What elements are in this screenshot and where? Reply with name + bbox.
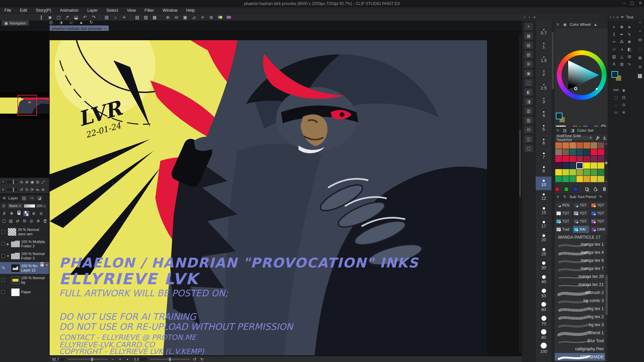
sub-tool-rai[interactable]: RAI <box>572 225 590 233</box>
layer-type-dropdown[interactable]: ˅ <box>1 203 6 209</box>
swatch[interactable] <box>555 162 562 169</box>
color-slider-tab-icon[interactable]: ▲ <box>592 22 598 27</box>
layer-new-icon-0[interactable]: ▢ <box>1 218 6 224</box>
swatch[interactable] <box>597 156 604 162</box>
tool-icon-0[interactable]: ⌖ <box>610 23 618 31</box>
snap-ruler-icon[interactable]: ≡ <box>199 14 206 20</box>
nav-zoom-icon-2[interactable]: ◉ <box>30 179 35 185</box>
brush-size-20[interactable]: 20 <box>536 232 552 245</box>
quick-icon-0[interactable]: ⌖ <box>524 23 533 30</box>
swatch[interactable] <box>597 169 604 176</box>
swatch[interactable] <box>562 156 569 162</box>
tool-icon-6[interactable]: ✑ <box>610 38 618 46</box>
swatch[interactable] <box>555 149 562 156</box>
brush-size-15[interactable]: 15 <box>536 204 552 218</box>
sub-tool-daw[interactable]: DAW <box>590 225 607 233</box>
panel-nav-icon-0[interactable]: ‹ <box>524 15 525 19</box>
brush-calligraphy-pen[interactable]: calligraphy Pen <box>555 345 605 353</box>
quick-icon-13[interactable]: ▢ <box>524 145 533 152</box>
brush-blur-tool[interactable]: Blur Tool <box>555 337 605 345</box>
layer-row[interactable]: 29 % Normalstars wm <box>0 226 49 238</box>
swatch[interactable] <box>583 142 590 149</box>
brush-size-2.5[interactable]: 2.5 <box>536 80 552 94</box>
menu-file[interactable]: File <box>0 7 15 13</box>
sub-tool-trad[interactable]: Trad <box>555 225 572 233</box>
quick-icon-3[interactable]: ▤ <box>524 51 533 58</box>
layer-row[interactable]: ▶100 % MultiplyFolder 2 <box>0 238 49 250</box>
clip-to-layer-icon[interactable]: ▚ <box>23 211 29 216</box>
brush-bg-tex-3[interactable]: bg tex 3 <box>555 321 605 329</box>
eraser-all-icon[interactable]: ▤ <box>103 14 110 20</box>
sub-tool-pen[interactable]: PEN <box>555 201 572 209</box>
zoom-reset-button[interactable]: ▪ <box>125 357 130 362</box>
brush-size-6[interactable]: 6 <box>536 135 552 149</box>
layer-row[interactable]: ▼100 % NormalFolder 3 <box>0 250 49 262</box>
color-profile-1-icon[interactable] <box>216 14 224 20</box>
tool-icon-b-6[interactable]: ▭ <box>612 109 620 116</box>
layer-new-icon-2[interactable]: ⇄ <box>15 218 20 224</box>
edge-icon-5[interactable]: ⊞ <box>638 65 641 69</box>
quick-icon-2[interactable]: ▧ <box>524 42 533 49</box>
swatch[interactable] <box>590 162 597 169</box>
swatch[interactable] <box>576 142 583 149</box>
panel-nav-icon-1[interactable]: › <box>529 15 530 19</box>
swatch[interactable] <box>576 149 583 156</box>
brush-manga-tex-6[interactable]: manga tex 6 <box>555 256 605 264</box>
swatch[interactable] <box>597 162 604 169</box>
select-rect-icon[interactable]: ▨ <box>142 14 150 20</box>
layer-check[interactable] <box>1 242 5 246</box>
blend-mode-dropdown[interactable]: Norm˅ <box>7 203 23 209</box>
folder-expander[interactable]: ▶ <box>6 242 10 246</box>
sub-tool-menu-icon[interactable]: ≡ <box>555 194 560 199</box>
main-color-chip[interactable] <box>556 113 562 119</box>
tool-main-color-chip[interactable] <box>611 71 618 78</box>
pattern-chip[interactable] <box>638 74 642 78</box>
swatch[interactable] <box>576 156 583 162</box>
close-button[interactable]: ✕ <box>639 1 642 5</box>
fill-close-icon[interactable]: ⌂ <box>112 14 119 20</box>
brush-size-100[interactable]: 100 <box>536 342 552 355</box>
navigator-panel-tab[interactable]: ▣ Navigator <box>1 20 29 26</box>
sub-tool-tgt[interactable]: TGT <box>555 217 572 225</box>
tool-icon-2[interactable]: ➤ <box>626 23 633 31</box>
size-scrollbar[interactable] <box>551 21 554 362</box>
layer-check[interactable] <box>1 230 5 234</box>
quick-icon-11[interactable]: ⊟ <box>524 126 533 133</box>
swatch[interactable] <box>590 156 597 162</box>
tool-icon-4[interactable]: ✒ <box>618 31 626 38</box>
color-set-dropdown[interactable]: KraftTone Solid Swatches ˅ <box>555 135 593 141</box>
quick-icon-4[interactable]: ⊞ <box>524 60 533 68</box>
hue-cursor[interactable] <box>574 87 577 90</box>
brush-blend-1[interactable]: Blend 1 <box>555 329 605 337</box>
pencil-tab2-icon[interactable]: ✎ <box>598 194 604 199</box>
import-set-icon[interactable] <box>601 135 607 141</box>
menu-filter[interactable]: Filter <box>140 7 158 13</box>
nav-zoom-icon-3[interactable]: ⧉ <box>35 179 40 185</box>
quick-icon-6[interactable]: ⬚ <box>524 79 533 86</box>
edge-icon-4[interactable]: ▦ <box>638 56 642 60</box>
tool-palette-title[interactable]: Tool <box>626 15 633 19</box>
zoom-in-button[interactable]: + <box>117 357 123 362</box>
nav-rotate-icon-3[interactable]: ⇋ <box>35 187 40 192</box>
menu-animation[interactable]: Animation <box>56 7 83 13</box>
brush-size-3[interactable]: 3 <box>536 94 552 108</box>
swatch-tab-icon[interactable]: ◨ <box>570 128 576 133</box>
swatch[interactable] <box>555 176 562 182</box>
swatch[interactable] <box>597 142 604 149</box>
color-profile-2-icon[interactable] <box>225 14 232 20</box>
nav-rotate-icon-4[interactable]: ≋ <box>40 187 46 192</box>
layer-new-icon-3[interactable]: ⧉ <box>22 218 27 224</box>
maximize-button[interactable]: ▢ <box>630 1 634 5</box>
folder-expander[interactable]: ▼ <box>6 254 10 258</box>
tool-icon-9[interactable]: ▱ <box>610 46 618 53</box>
layer-tool-icon-0[interactable]: ⇵ <box>1 211 7 216</box>
add-color-droplet-icon[interactable] <box>593 186 599 192</box>
swatch[interactable] <box>583 162 590 169</box>
swatch[interactable] <box>562 162 569 169</box>
text-tool-icon[interactable]: TXT <box>612 86 620 94</box>
import-swatch-icon[interactable] <box>584 186 590 192</box>
menu-edit[interactable]: Edit <box>15 7 32 13</box>
minimize-button[interactable]: – <box>623 1 626 5</box>
brush-manga-tex-20[interactable]: manga tex 20 <box>555 273 605 281</box>
swatch[interactable] <box>569 176 576 182</box>
